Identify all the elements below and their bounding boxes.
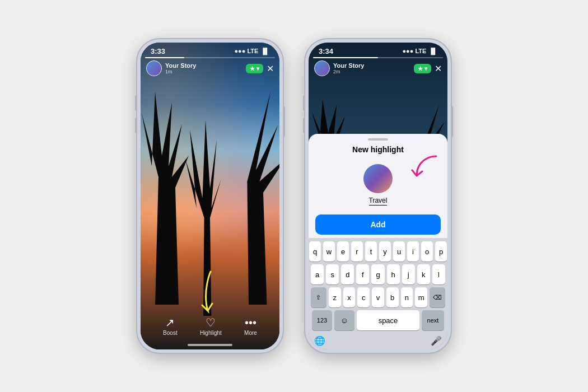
story-progress-bar-2 (313, 57, 443, 58)
story-header-1: Your Story 1m ★ ▾ ✕ (146, 60, 274, 76)
key-y[interactable]: y (379, 241, 391, 262)
time-display-2: 3:34 (319, 47, 333, 55)
story-name-time-1: Your Story 1m (165, 62, 196, 74)
key-w[interactable]: w (323, 241, 335, 262)
keyboard: q w e r t y u i o p a s d f g (309, 238, 447, 349)
phone-2-screen: 3:34 ●●● LTE ▐▌ Your Story 2m (309, 43, 447, 349)
key-k[interactable]: k (417, 264, 430, 284)
keyboard-row-2: a s d f g h j k l (311, 264, 445, 284)
star-icon-1: ★ (250, 66, 255, 72)
boost-label: Boost (163, 330, 178, 336)
story-header-2: Your Story 2m ★ ▾ ✕ (314, 60, 442, 76)
key-q[interactable]: q (309, 241, 321, 262)
new-highlight-sheet: New highlight Travel Add q (309, 134, 447, 349)
highlight-label: Highlight (200, 330, 222, 336)
boost-toolbar-item[interactable]: ↗ Boost (163, 317, 178, 336)
key-n[interactable]: n (401, 287, 413, 307)
pink-arrow-annotation (405, 151, 439, 186)
globe-icon[interactable]: 🌐 (314, 335, 325, 346)
shift-key[interactable]: ⇧ (311, 287, 326, 307)
power-button-2[interactable] (451, 106, 453, 137)
dropdown-icon-1: ▾ (256, 66, 259, 72)
volume-up-button-2[interactable] (303, 95, 305, 111)
key-s[interactable]: s (326, 264, 339, 284)
key-v[interactable]: v (372, 287, 384, 307)
key-j[interactable]: j (402, 264, 415, 284)
highlight-star-button-2[interactable]: ★ ▾ (414, 64, 431, 73)
key-m[interactable]: m (415, 287, 427, 307)
key-t[interactable]: t (365, 241, 377, 262)
close-button-1[interactable]: ✕ (267, 63, 274, 74)
number-key[interactable]: 123 (312, 310, 332, 330)
mic-icon[interactable]: 🎤 (431, 335, 442, 346)
key-c[interactable]: c (357, 287, 370, 307)
story-time-1: 1m (165, 69, 196, 74)
power-button[interactable] (283, 106, 285, 137)
time-display-1: 3:33 (151, 47, 165, 55)
key-b[interactable]: b (386, 287, 399, 307)
key-o[interactable]: o (421, 241, 433, 262)
emoji-key[interactable]: ☺ (334, 310, 354, 330)
next-key[interactable]: next (422, 310, 444, 330)
keyboard-bottom-row: 123 ☺ space next (311, 310, 445, 330)
sheet-drag-handle[interactable] (368, 138, 388, 141)
key-h[interactable]: h (387, 264, 400, 284)
story-user-1: Your Story 1m (146, 60, 196, 76)
user-avatar-1 (146, 60, 162, 76)
phone-1-screen: 3:33 ●●● LTE ▐▌ Your Story 1m (141, 43, 279, 349)
key-p[interactable]: p (435, 241, 447, 262)
key-l[interactable]: l (432, 264, 445, 284)
phone-1: 3:33 ●●● LTE ▐▌ Your Story 1m (137, 39, 283, 353)
key-a[interactable]: a (311, 264, 324, 284)
highlight-star-button-1[interactable]: ★ ▾ (246, 64, 263, 73)
home-indicator-1 (188, 344, 232, 346)
more-label: More (244, 330, 257, 336)
story-progress-fill (145, 57, 184, 58)
battery-icon-1: ▐▌ (260, 48, 269, 54)
key-z[interactable]: z (329, 287, 341, 307)
story-name-time-2: Your Story 2m (333, 62, 364, 74)
cover-section: Travel (309, 160, 447, 211)
key-i[interactable]: i (407, 241, 419, 262)
key-f[interactable]: f (356, 264, 369, 284)
delete-key[interactable]: ⌫ (430, 287, 445, 307)
more-icon: ••• (245, 317, 256, 328)
phone-2: 3:34 ●●● LTE ▐▌ Your Story 2m (305, 39, 451, 353)
keyboard-row-1: q w e r t y u i o p (311, 241, 445, 262)
key-g[interactable]: g (371, 264, 384, 284)
story-user-2: Your Story 2m (314, 60, 364, 76)
highlight-name-input[interactable]: Travel (369, 197, 388, 206)
dropdown-icon-2: ▾ (424, 66, 427, 72)
yellow-arrow-annotation (197, 269, 225, 321)
star-icon-2: ★ (418, 66, 423, 72)
story-progress-fill-2 (313, 57, 378, 58)
status-right-1: ●●● LTE ▐▌ (234, 48, 269, 54)
status-right-2: ●●● LTE ▐▌ (402, 48, 437, 54)
highlight-cover-image[interactable] (363, 164, 393, 193)
key-x[interactable]: x (343, 287, 356, 307)
battery-icon-2: ▐▌ (428, 48, 437, 54)
volume-down-button[interactable] (135, 118, 137, 133)
keyboard-extras-row: 🌐 🎤 (311, 333, 445, 347)
story-time-2: 2m (333, 69, 364, 74)
boost-icon: ↗ (165, 317, 175, 328)
volume-up-button[interactable] (135, 95, 137, 111)
story-name-1: Your Story (165, 62, 196, 69)
keyboard-row-3: ⇧ z x c v b n m ⌫ (311, 287, 445, 307)
add-button[interactable]: Add (315, 214, 441, 235)
key-d[interactable]: d (341, 264, 354, 284)
cover-inner-image (363, 164, 393, 193)
space-key[interactable]: space (357, 310, 419, 330)
key-r[interactable]: r (351, 241, 363, 262)
volume-down-button-2[interactable] (303, 118, 305, 133)
user-avatar-2 (314, 60, 330, 76)
more-toolbar-item[interactable]: ••• More (244, 317, 257, 336)
key-e[interactable]: e (337, 241, 349, 262)
close-button-2[interactable]: ✕ (435, 63, 442, 74)
key-u[interactable]: u (393, 241, 405, 262)
story-progress-bar (145, 57, 275, 58)
story-name-2: Your Story (333, 62, 364, 69)
signal-icon-2: ●●● LTE (402, 48, 426, 54)
story-actions-2: ★ ▾ ✕ (414, 63, 442, 74)
signal-icon-1: ●●● LTE (234, 48, 258, 54)
